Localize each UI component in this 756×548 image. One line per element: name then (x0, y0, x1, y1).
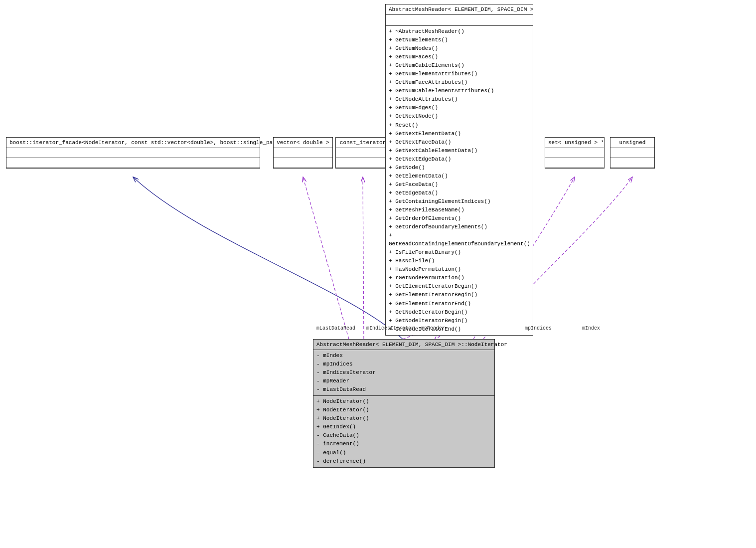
label-mpIndices: mpIndices (525, 326, 552, 331)
boost-section-1 (6, 148, 260, 158)
method-line: - equal() (316, 449, 491, 457)
method-line: + GetContainingElementIndices() (389, 197, 530, 206)
abstract-mesh-reader-methods: + ~AbstractMeshReader()+ GetNumElements(… (386, 26, 533, 335)
method-line: + Reset() (389, 121, 530, 130)
abstract-mesh-reader-header: AbstractMeshReader< ELEMENT_DIM, SPACE_D… (386, 4, 533, 15)
method-line: + GetElementIteratorBegin() (389, 282, 530, 291)
vector-box: vector< double > (273, 137, 333, 169)
method-line: + ~AbstractMeshReader() (389, 27, 530, 36)
attribute-line: - mpIndices (316, 360, 491, 368)
attribute-line: - mLastDataRead (316, 385, 491, 394)
method-line: + NodeIterator() (316, 414, 491, 423)
method-line: + GetNumElements() (389, 36, 530, 44)
const-iterator-section-1 (336, 148, 390, 158)
method-line: + NodeIterator() (316, 406, 491, 414)
unsigned-header: unsigned (610, 138, 654, 148)
method-line: + GetReadContainingElementOfBoundaryElem… (389, 231, 530, 248)
method-line: + GetNumFaceAttributes() (389, 78, 530, 87)
method-line: + GetNumCableElements() (389, 61, 530, 70)
method-line: + GetOrderOfBoundaryElements() (389, 223, 530, 231)
node-iterator-header: AbstractMeshReader< ELEMENT_DIM, SPACE_D… (313, 340, 494, 350)
unsigned-box: unsigned (610, 137, 655, 169)
set-unsigned-section-1 (545, 148, 604, 158)
method-line: + GetNumEdges() (389, 104, 530, 112)
vector-box-header: vector< double > (274, 138, 332, 148)
method-line: + GetNextNode() (389, 112, 530, 121)
method-line: + GetNextFaceData() (389, 138, 530, 147)
const-iterator-box-header: const_iterator (336, 138, 390, 148)
method-line: + GetNodeIteratorBegin() (389, 308, 530, 317)
abstract-mesh-reader-box: AbstractMeshReader< ELEMENT_DIM, SPACE_D… (385, 4, 533, 336)
label-mLastDataRead: mLastDataRead (316, 326, 355, 331)
method-line: + GetNextEdgeData() (389, 155, 530, 164)
const-iterator-box: const_iterator (335, 137, 390, 169)
method-line: - increment() (316, 440, 491, 448)
method-line: + GetFaceData() (389, 181, 530, 189)
abstract-mesh-reader-divider (386, 15, 533, 26)
method-line: + GetNextCableElementData() (389, 147, 530, 155)
node-iterator-attributes: - mIndex- mpIndices- mIndicesIterator- m… (313, 350, 494, 395)
attribute-line: - mIndex (316, 352, 491, 360)
attribute-line: - mpReader (316, 377, 491, 385)
method-line: - dereference() (316, 457, 491, 466)
method-line: + GetNodeIteratorBegin() (389, 317, 530, 325)
label-mIndex: mIndex (582, 326, 600, 331)
vector-section-2 (274, 158, 332, 168)
method-line: + GetNumFaces() (389, 53, 530, 61)
method-line: + GetNumCableElementAttributes() (389, 87, 530, 95)
method-line: + GetNode() (389, 164, 530, 172)
vector-section-1 (274, 148, 332, 158)
set-unsigned-section-2 (545, 158, 604, 168)
attribute-line: - mIndicesIterator (316, 368, 491, 377)
method-line: + GetMeshFileBaseName() (389, 206, 530, 214)
boost-section-2 (6, 158, 260, 168)
boost-box-header: boost::iterator_facade<NodeIterator, con… (6, 138, 260, 148)
node-iterator-methods: + NodeIterator()+ NodeIterator()+ NodeIt… (313, 395, 494, 467)
method-line: + GetNumNodes() (389, 44, 530, 53)
label-mpReader: mpReader (421, 326, 445, 331)
method-line: - CacheData() (316, 431, 491, 440)
method-line: + HasNodePermutation() (389, 265, 530, 274)
const-iterator-section-2 (336, 158, 390, 168)
method-line: + GetNumElementAttributes() (389, 70, 530, 78)
unsigned-section-1 (610, 148, 654, 158)
set-unsigned-header: set< unsigned > * (545, 138, 604, 148)
method-line: + GetElementData() (389, 172, 530, 181)
method-line: + rGetNodePermutation() (389, 274, 530, 282)
method-line: + GetOrderOfElements() (389, 214, 530, 223)
method-line: + NodeIterator() (316, 397, 491, 406)
svg-line-0 (303, 177, 349, 339)
method-line: + GetNextElementData() (389, 130, 530, 138)
set-unsigned-box: set< unsigned > * (545, 137, 605, 169)
method-line: + GetElementIteratorBegin() (389, 291, 530, 299)
method-line: + IsFileFormatBinary() (389, 248, 530, 257)
boost-box: boost::iterator_facade<NodeIterator, con… (6, 137, 260, 169)
node-iterator-box: AbstractMeshReader< ELEMENT_DIM, SPACE_D… (313, 339, 495, 468)
unsigned-section-2 (610, 158, 654, 168)
method-line: + GetNodeAttributes() (389, 95, 530, 104)
svg-line-1 (363, 177, 364, 339)
method-line: + GetElementIteratorEnd() (389, 300, 530, 308)
method-line: + HasNclFile() (389, 257, 530, 265)
method-line: + GetIndex() (316, 423, 491, 431)
label-mIndicesIterator: mIndicesIterator (366, 326, 414, 331)
method-line: + GetEdgeData() (389, 189, 530, 197)
